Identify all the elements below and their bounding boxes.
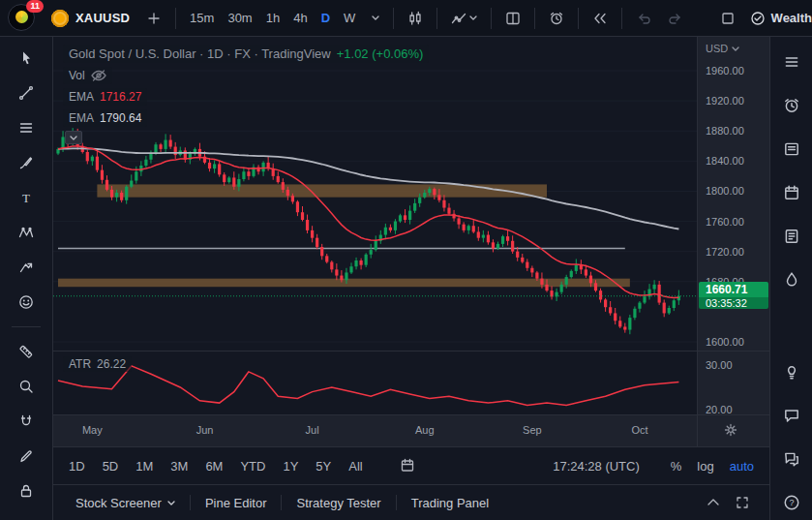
auto-scale-button[interactable]: auto bbox=[730, 459, 754, 474]
flame-icon bbox=[783, 271, 800, 289]
journal-button[interactable] bbox=[778, 223, 805, 250]
time-axis[interactable]: MayJunJulAugSepOct bbox=[53, 414, 697, 446]
percent-scale-button[interactable]: % bbox=[671, 459, 682, 474]
timezone-clock[interactable]: 17:24:28 (UTC) bbox=[553, 459, 640, 474]
fullscreen-button[interactable] bbox=[714, 7, 741, 30]
price-tick: 1960.00 bbox=[706, 64, 744, 77]
tab-pine-editor[interactable]: Pine Editor bbox=[191, 485, 282, 520]
panel-collapse-button[interactable] bbox=[706, 495, 721, 510]
price-scale[interactable]: USD 1660.71 03:35:32 1960.00192 bbox=[697, 37, 769, 446]
text-tool-button[interactable]: T bbox=[13, 184, 40, 211]
xabcd-pattern-icon bbox=[18, 225, 34, 240]
ema-fast-label: EMA bbox=[69, 90, 94, 104]
log-scale-button[interactable]: log bbox=[697, 459, 713, 474]
interval-group: 15m30m1h4hDW bbox=[184, 7, 361, 29]
hotlists-button[interactable] bbox=[778, 266, 805, 293]
range-5d[interactable]: 5D bbox=[103, 459, 119, 474]
pane-separator[interactable] bbox=[698, 351, 769, 352]
legend-collapse-button[interactable] bbox=[65, 131, 82, 144]
currency-dropdown[interactable]: USD bbox=[706, 43, 739, 54]
chart-pane[interactable]: Gold Spot / U.S. Dollar · 1D · FX · Trad… bbox=[53, 37, 697, 446]
chart-settings-button[interactable] bbox=[723, 422, 738, 438]
atr-legend-row[interactable]: ATR 26.22 bbox=[63, 356, 132, 372]
compare-add-symbol-button[interactable] bbox=[140, 7, 167, 30]
plus-icon bbox=[146, 11, 162, 26]
tab-strategy-tester[interactable]: Strategy Tester bbox=[282, 485, 395, 520]
broker-menu-button[interactable]: 11 bbox=[8, 4, 37, 33]
private-chat-button[interactable] bbox=[778, 445, 805, 473]
trend-line-icon bbox=[18, 85, 34, 101]
edit-tool-button[interactable] bbox=[13, 443, 40, 470]
chart-style-button[interactable] bbox=[402, 7, 429, 30]
range-1d[interactable]: 1D bbox=[69, 459, 85, 474]
layout-grid-icon bbox=[505, 11, 521, 26]
tab-stock-screener[interactable]: Stock Screener bbox=[61, 485, 190, 520]
range-ytd[interactable]: YTD bbox=[240, 459, 265, 474]
journal-icon bbox=[783, 228, 800, 245]
fib-tool-button[interactable] bbox=[13, 114, 40, 141]
chevron-up-icon bbox=[706, 495, 721, 510]
brush-tool-button[interactable] bbox=[13, 149, 40, 176]
atr-value: 26.22 bbox=[97, 357, 126, 371]
volume-legend-row[interactable]: Vol bbox=[63, 67, 112, 84]
calendar-button[interactable] bbox=[778, 179, 805, 206]
ema-slow-legend-row[interactable]: EMA 1790.64 bbox=[63, 109, 147, 127]
interval-menu-button[interactable] bbox=[366, 12, 385, 24]
layout-button[interactable] bbox=[499, 7, 526, 30]
magnet-tool-button[interactable] bbox=[13, 408, 40, 435]
undo-arrow-icon bbox=[636, 11, 651, 26]
forecast-tool-button[interactable] bbox=[13, 254, 40, 281]
range-1m[interactable]: 1M bbox=[135, 459, 153, 474]
eye-off-icon[interactable] bbox=[91, 70, 106, 81]
goto-date-button[interactable] bbox=[400, 458, 415, 474]
bar-replay-button[interactable] bbox=[586, 7, 614, 30]
pattern-tool-button[interactable] bbox=[13, 219, 40, 246]
watchlist-button[interactable] bbox=[778, 48, 805, 76]
messages-icon bbox=[783, 450, 800, 468]
month-label: Jul bbox=[298, 424, 327, 436]
zoom-tool-button[interactable] bbox=[13, 373, 40, 400]
interval-4h[interactable]: 4h bbox=[287, 7, 313, 29]
atr-scale-tick: 20.00 bbox=[706, 403, 733, 416]
alert-button[interactable] bbox=[543, 7, 570, 30]
alerts-button[interactable] bbox=[778, 92, 805, 119]
help-button[interactable]: ? bbox=[778, 489, 805, 516]
symbol-search-button[interactable]: XAUUSD bbox=[45, 7, 135, 30]
range-3m[interactable]: 3M bbox=[170, 459, 188, 474]
cursor-tool-button[interactable] bbox=[13, 45, 40, 72]
range-1y[interactable]: 1Y bbox=[283, 459, 298, 474]
undo-button[interactable] bbox=[630, 7, 657, 30]
interval-1h[interactable]: 1h bbox=[260, 7, 286, 29]
public-chat-button[interactable] bbox=[778, 402, 805, 429]
maximize-frame-icon bbox=[735, 495, 750, 510]
ideas-button[interactable] bbox=[778, 358, 805, 385]
interval-d[interactable]: D bbox=[316, 7, 336, 29]
last-price-label: 1660.71 03:35:32 bbox=[699, 282, 768, 309]
interval-30m[interactable]: 30m bbox=[222, 7, 257, 29]
range-all[interactable]: All bbox=[348, 459, 362, 474]
atr-label: ATR bbox=[69, 357, 91, 371]
notifications-badge: 11 bbox=[26, 0, 44, 13]
lightbulb-icon bbox=[783, 363, 800, 381]
separator bbox=[393, 8, 394, 29]
emoji-tool-button[interactable] bbox=[13, 289, 40, 316]
broker-account-button[interactable]: Wealth bbox=[750, 11, 812, 26]
panel-maximize-button[interactable] bbox=[735, 495, 750, 510]
tab-trading-panel[interactable]: Trading Panel bbox=[397, 485, 503, 520]
redo-button[interactable] bbox=[662, 7, 689, 30]
news-icon bbox=[783, 140, 800, 158]
ema-fast-legend-row[interactable]: EMA 1716.27 bbox=[63, 88, 147, 106]
range-6m[interactable]: 6M bbox=[205, 459, 223, 474]
range-5y[interactable]: 5Y bbox=[316, 459, 331, 474]
lock-drawings-button[interactable] bbox=[13, 477, 40, 505]
alarm-clock-icon bbox=[783, 97, 800, 114]
measure-tool-button[interactable] bbox=[13, 338, 40, 365]
chart-title-row[interactable]: Gold Spot / U.S. Dollar · 1D · FX · Trad… bbox=[63, 45, 429, 63]
watchlist-icon bbox=[783, 53, 800, 71]
indicators-button[interactable] bbox=[445, 7, 483, 30]
chevron-down-icon bbox=[732, 46, 739, 51]
news-button[interactable] bbox=[778, 136, 805, 163]
interval-w[interactable]: W bbox=[338, 7, 361, 29]
trend-line-tool-button[interactable] bbox=[13, 79, 40, 107]
interval-15m[interactable]: 15m bbox=[184, 7, 220, 29]
